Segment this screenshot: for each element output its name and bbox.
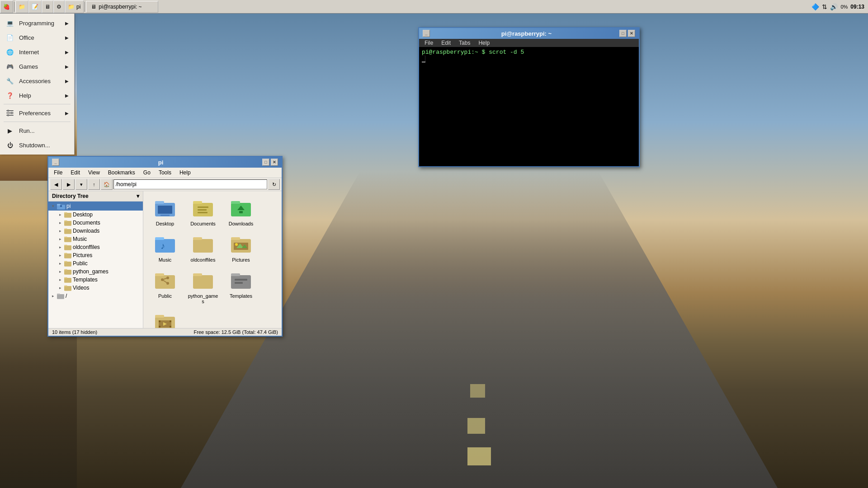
menu-item-shutdown[interactable]: ⏻ Shutdown... bbox=[0, 138, 74, 152]
file-item-public[interactable]: Public bbox=[147, 267, 183, 307]
svg-rect-37 bbox=[198, 206, 208, 208]
config-button[interactable]: ⚙ bbox=[53, 0, 65, 13]
tree-item-downloads[interactable]: ▸ Downloads bbox=[48, 227, 143, 235]
menu-button[interactable]: 🍓 bbox=[0, 0, 13, 13]
back-button[interactable]: ◀ bbox=[50, 179, 62, 190]
tree-item-root[interactable]: ▸ / bbox=[48, 292, 143, 300]
menu-item-internet[interactable]: 🌐 Internet ▶ bbox=[0, 45, 74, 59]
task-terminal-label: pi@raspberrypi: ~ bbox=[99, 4, 142, 10]
svg-rect-21 bbox=[64, 262, 71, 267]
file-item-pictures[interactable]: Pictures bbox=[223, 231, 259, 265]
terminal-controls-left: _ bbox=[423, 30, 430, 37]
refresh-button[interactable]: ↻ bbox=[268, 179, 280, 190]
menu-item-office[interactable]: 📄 Office ▶ bbox=[0, 30, 74, 45]
term-menu-file[interactable]: File bbox=[421, 39, 437, 47]
videos-folder-icon bbox=[154, 311, 176, 328]
menu-help[interactable]: Help bbox=[176, 169, 194, 177]
terminal-close-btn[interactable]: ✕ bbox=[628, 30, 635, 37]
forward-arrow-btn[interactable]: ▾ bbox=[75, 179, 87, 190]
svg-rect-45 bbox=[155, 237, 164, 240]
task-terminal-btn[interactable]: 🖥 pi@raspberrypi: ~ bbox=[86, 1, 158, 13]
music-label: Music bbox=[159, 257, 172, 263]
svg-rect-29 bbox=[57, 294, 64, 299]
menu-go[interactable]: Go bbox=[140, 169, 154, 177]
file-item-python-games[interactable]: python_games bbox=[185, 267, 221, 307]
file-item-templates[interactable]: Templates bbox=[223, 267, 259, 307]
office-label: Office bbox=[19, 34, 34, 41]
terminal-button[interactable]: 🖥 bbox=[42, 0, 53, 13]
tree-item-pictures[interactable]: ▸ Pictures bbox=[48, 251, 143, 259]
file-item-music[interactable]: ♪ Music bbox=[147, 231, 183, 265]
text-editor-button[interactable]: 📝 bbox=[28, 0, 42, 13]
file-item-desktop[interactable]: Desktop bbox=[147, 195, 183, 229]
folder-button[interactable]: 📁 bbox=[15, 0, 28, 13]
svg-point-4 bbox=[11, 112, 13, 114]
menu-item-preferences[interactable]: Preferences ▶ bbox=[0, 106, 74, 120]
menu-item-accessories[interactable]: 🔧 Accessories ▶ bbox=[0, 74, 74, 88]
minimize-button[interactable]: _ bbox=[52, 159, 59, 166]
svg-rect-27 bbox=[64, 286, 71, 291]
file-item-documents[interactable]: Documents bbox=[185, 195, 221, 229]
tree-item-desktop[interactable]: ▸ Desktop bbox=[48, 211, 143, 219]
documents-label: Documents bbox=[190, 221, 216, 226]
sidebar: Directory Tree ▾ ▾ pi ▸ bbox=[48, 191, 143, 328]
tree-music-icon bbox=[64, 236, 71, 242]
menu-edit[interactable]: Edit bbox=[67, 169, 84, 177]
run-label: Run... bbox=[19, 127, 35, 134]
arrow-accessories: ▶ bbox=[65, 79, 69, 84]
tree-item-oldconffiles[interactable]: ▸ oldconffiles bbox=[48, 243, 143, 251]
tree-item-python-games[interactable]: ▸ python_games bbox=[48, 267, 143, 276]
term-menu-help[interactable]: Help bbox=[475, 39, 493, 47]
up-button[interactable]: ↑ bbox=[88, 179, 100, 190]
file-item-downloads[interactable]: Downloads bbox=[223, 195, 259, 229]
menu-item-programming[interactable]: 💻 Programming ▶ bbox=[0, 16, 74, 30]
arrow-internet: ▶ bbox=[65, 50, 69, 55]
svg-rect-56 bbox=[155, 273, 164, 276]
menu-item-help[interactable]: ❓ Help ▶ bbox=[0, 88, 74, 103]
tree-item-music[interactable]: ▸ Music bbox=[48, 235, 143, 243]
terminal-minimize-btn[interactable]: _ bbox=[423, 30, 430, 37]
svg-rect-50 bbox=[231, 237, 240, 240]
oldconffiles-folder-icon bbox=[192, 234, 214, 255]
divider bbox=[4, 104, 71, 104]
terminal-titlebar[interactable]: _ pi@raspberrypi: ~ □ ✕ bbox=[419, 28, 639, 39]
terminal-body[interactable]: pi@raspberrypi:~ $ scrot -d 5 █ bbox=[419, 47, 639, 166]
tree-item-public[interactable]: ▸ Public bbox=[48, 259, 143, 267]
tree-item-documents[interactable]: ▸ Documents bbox=[48, 219, 143, 227]
svg-rect-33 bbox=[158, 206, 172, 214]
tree-item-templates[interactable]: ▸ Templates bbox=[48, 276, 143, 284]
clock: 09:13 bbox=[850, 4, 864, 10]
menu-view[interactable]: View bbox=[85, 169, 104, 177]
separator1 bbox=[14, 2, 14, 12]
term-menu-tabs[interactable]: Tabs bbox=[455, 39, 474, 47]
menu-tools[interactable]: Tools bbox=[155, 169, 175, 177]
close-button[interactable]: ✕ bbox=[271, 159, 278, 166]
forward-button[interactable]: ▶ bbox=[63, 179, 75, 190]
menu-item-games[interactable]: 🎮 Games ▶ bbox=[0, 59, 74, 74]
expand-pictures: ▸ bbox=[57, 253, 63, 258]
svg-rect-10 bbox=[64, 212, 67, 214]
volume-level: 0% bbox=[840, 4, 848, 9]
tree-item-videos[interactable]: ▸ Videos bbox=[48, 284, 143, 292]
file-manager-titlebar[interactable]: _ pi □ ✕ bbox=[48, 157, 282, 168]
svg-rect-30 bbox=[57, 294, 60, 295]
file-manager-title: pi bbox=[59, 159, 262, 166]
menu-bookmarks[interactable]: Bookmarks bbox=[104, 169, 139, 177]
file-item-oldconffiles[interactable]: oldconffiles bbox=[185, 231, 221, 265]
menu-file[interactable]: File bbox=[50, 169, 66, 177]
directory-tree-header[interactable]: Directory Tree ▾ bbox=[48, 191, 143, 202]
tree-item-pi[interactable]: ▾ pi bbox=[48, 202, 143, 211]
svg-rect-32 bbox=[155, 201, 164, 204]
svg-rect-73 bbox=[170, 320, 171, 322]
expand-python-games: ▸ bbox=[57, 269, 63, 274]
terminal-maximize-btn[interactable]: □ bbox=[619, 30, 627, 37]
maximize-button[interactable]: □ bbox=[262, 159, 269, 166]
term-menu-edit[interactable]: Edit bbox=[438, 39, 454, 47]
menu-item-run[interactable]: ▶ Run... bbox=[0, 123, 74, 138]
svg-rect-66 bbox=[235, 279, 247, 281]
task-pi[interactable]: 📁 pi bbox=[65, 0, 84, 13]
home-button[interactable]: 🏠 bbox=[101, 179, 113, 190]
file-item-videos[interactable]: Videos bbox=[147, 309, 183, 328]
terminal-title: pi@raspberrypi: ~ bbox=[434, 30, 619, 37]
svg-rect-11 bbox=[64, 221, 71, 226]
